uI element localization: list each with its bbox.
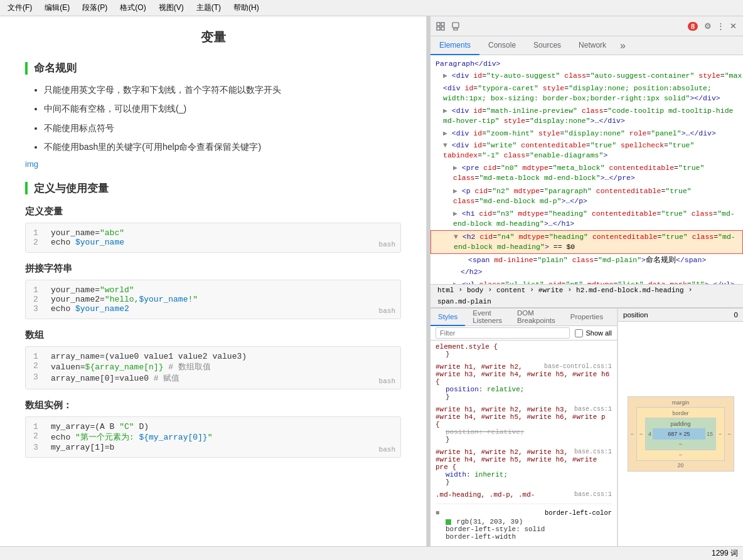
lang-label: bash bbox=[379, 446, 395, 453]
filter-input[interactable] bbox=[436, 327, 570, 339]
dom-line[interactable]: ▶ <div id="math-inline-preview" class="c… bbox=[430, 105, 743, 127]
svg-rect-1 bbox=[441, 23, 444, 26]
subsection-define-var: 定义变量 bbox=[25, 206, 401, 218]
more-icon[interactable]: ⋮ bbox=[714, 20, 727, 33]
color-swatch[interactable] bbox=[446, 519, 451, 525]
tab-sources[interactable]: Sources bbox=[525, 36, 570, 55]
show-all-checkbox[interactable]: Show all bbox=[575, 329, 612, 337]
content-box: 687 × 25 bbox=[653, 428, 705, 440]
img-link[interactable]: img bbox=[25, 159, 38, 169]
menu-view[interactable]: 视图(V) bbox=[156, 1, 186, 14]
dom-line-selected[interactable]: ▼ <h2 cid="n4" mdtype="heading" contente… bbox=[430, 230, 743, 254]
dom-line[interactable]: ▶ <ul class="ul-list" cid="n5" mdtype="l… bbox=[430, 278, 743, 284]
dom-tree[interactable]: Paragraph</div> ▶ <div id="ty-auto-sugge… bbox=[430, 55, 743, 284]
menu-file[interactable]: 文件(F) bbox=[5, 1, 35, 14]
error-badge: 8 bbox=[688, 22, 698, 31]
svg-rect-3 bbox=[441, 27, 444, 30]
code-block-define-var: 1your_name="abc" 2echo $your_name bash bbox=[25, 223, 401, 253]
css-rule-3: #write h1, #write h2, #write h3, base.cs… bbox=[436, 448, 612, 486]
css-source-link[interactable]: base.css:1 bbox=[574, 406, 612, 413]
dom-line[interactable]: </h2> bbox=[430, 266, 743, 278]
styles-panel: Styles Event Listeners DOM Breakpoints P… bbox=[430, 309, 617, 546]
breadcrumb-content[interactable]: content bbox=[494, 286, 527, 295]
list-item: 不能使用标点符号 bbox=[44, 121, 401, 135]
section-heading-naming: 命名规则 bbox=[25, 61, 401, 75]
dom-line[interactable]: ▼ <div id="write" contenteditable="true"… bbox=[430, 139, 743, 162]
tab-event-listeners[interactable]: Event Listeners bbox=[465, 309, 510, 326]
lang-label: bash bbox=[379, 307, 395, 315]
css-source-link[interactable]: base.css:1 bbox=[574, 491, 612, 498]
list-item: 不能使用bash里的关键字(可用help命令查看保留关键字) bbox=[44, 140, 401, 154]
css-rule-element-style: element.style { } bbox=[436, 343, 612, 358]
breadcrumb-span[interactable]: span.md-plain bbox=[436, 297, 493, 306]
filter-bar: Show all bbox=[430, 326, 617, 341]
tab-elements[interactable]: Elements bbox=[430, 36, 479, 55]
list-item: 中间不能有空格，可以使用下划线(_) bbox=[44, 102, 401, 115]
box-model-panel: position 0 margin − bbox=[617, 309, 743, 546]
bottom-panels: Styles Event Listeners DOM Breakpoints P… bbox=[430, 308, 743, 546]
css-source-link[interactable]: base.css:1 bbox=[574, 448, 612, 455]
menu-edit[interactable]: 编辑(E) bbox=[42, 1, 72, 14]
svg-rect-5 bbox=[454, 28, 457, 30]
status-bar: 1299 词 bbox=[0, 546, 743, 560]
breadcrumb-write[interactable]: #write bbox=[537, 286, 565, 295]
lang-label: bash bbox=[379, 378, 395, 385]
devtools-tabs: Elements Console Sources Network » bbox=[430, 36, 743, 55]
word-count: 1299 词 bbox=[712, 548, 738, 559]
breadcrumb-body[interactable]: body bbox=[465, 286, 485, 295]
section-heading-define: 定义与使用变量 bbox=[25, 181, 401, 196]
menu-bar: 文件(F) 编辑(E) 段落(P) 格式(O) 视图(V) 主题(T) 帮助(H… bbox=[0, 0, 743, 16]
main-layout: 变量 命名规则 只能使用英文字母，数字和下划线，首个字符不能以数字开头 中间不能… bbox=[0, 16, 743, 546]
dom-line[interactable]: ▶ <p cid="n2" mdtype="paragraph" content… bbox=[430, 185, 743, 208]
lang-label: bash bbox=[379, 241, 395, 248]
settings-icon[interactable]: ⚙ bbox=[702, 20, 714, 33]
box-model-header: position 0 bbox=[618, 309, 743, 322]
border-box: border − padding bbox=[636, 407, 725, 461]
devtools-panel: 8 ⚙ ⋮ ✕ Elements Console Sources Network… bbox=[430, 16, 743, 546]
dom-line[interactable]: ▶ <div id="zoom-hint" style="display:non… bbox=[430, 127, 743, 139]
inspect-icon[interactable] bbox=[434, 20, 447, 33]
tab-properties[interactable]: Properties bbox=[563, 309, 611, 326]
svg-rect-2 bbox=[437, 27, 440, 30]
devtools-topbar: 8 ⚙ ⋮ ✕ bbox=[430, 16, 743, 36]
tab-styles[interactable]: Styles bbox=[430, 309, 465, 326]
dom-line[interactable]: <div id="typora-caret" style="display:no… bbox=[430, 82, 743, 105]
code-block-array-example: 1my_array=(A B "C" D) 2echo "第一个元素为: ${m… bbox=[25, 416, 401, 458]
css-prop-border-left-color: ■ border-left-color bbox=[436, 508, 612, 518]
menu-format[interactable]: 格式(O) bbox=[117, 1, 148, 14]
doc-title: 变量 bbox=[25, 29, 401, 46]
css-source-link[interactable]: base-control.css:1 bbox=[544, 363, 612, 370]
tab-dom-breakpoints[interactable]: DOM Breakpoints bbox=[510, 309, 563, 326]
tab-network[interactable]: Network bbox=[570, 36, 615, 55]
dom-line[interactable]: ▶ <h1 cid="n3" mdtype="heading" contente… bbox=[430, 208, 743, 230]
svg-rect-4 bbox=[452, 23, 459, 28]
styles-tabs: Styles Event Listeners DOM Breakpoints P… bbox=[430, 309, 617, 326]
css-rule-1: #write h1, #write h2, base-control.css:1… bbox=[436, 363, 612, 401]
css-rule-2: #write h1, #write h2, #write h3, base.cs… bbox=[436, 406, 612, 443]
css-rule-4: .md-heading, .md-p, .md- base.css:1 bbox=[436, 491, 612, 499]
subsection-array-example: 数组实例： bbox=[25, 399, 401, 411]
svg-rect-0 bbox=[437, 23, 440, 26]
code-block-array: 1array_name=(value0 value1 value2 value3… bbox=[25, 346, 401, 389]
tab-more[interactable]: » bbox=[615, 40, 631, 51]
dom-line[interactable]: ▶ <pre cid="n0" mdtype="meta_block" cont… bbox=[430, 162, 743, 184]
dom-line[interactable]: <span md-inline="plain" class="md-plain"… bbox=[430, 254, 743, 266]
naming-rules-list: 只能使用英文字母，数字和下划线，首个字符不能以数字开头 中间不能有空格，可以使用… bbox=[25, 83, 401, 154]
subsection-array: 数组 bbox=[25, 329, 401, 341]
menu-help[interactable]: 帮助(H) bbox=[231, 1, 262, 14]
padding-box: padding 4 687 × 25 bbox=[645, 418, 716, 450]
device-icon[interactable] bbox=[449, 20, 462, 33]
menu-theme[interactable]: 主题(T) bbox=[194, 1, 223, 14]
tab-accessibility[interactable]: Accessibility bbox=[611, 309, 617, 326]
menu-paragraph[interactable]: 段落(P) bbox=[80, 1, 110, 14]
css-props-section: ■ border-left-color rgb(31, 203, 39) bor… bbox=[436, 504, 612, 541]
breadcrumb-h2[interactable]: h2.md-end-block.md-heading bbox=[574, 286, 686, 295]
breadcrumb-html[interactable]: html bbox=[436, 286, 456, 295]
subsection-concat: 拼接字符串 bbox=[25, 263, 401, 275]
close-icon[interactable]: ✕ bbox=[727, 20, 739, 33]
dom-line[interactable]: Paragraph</div> bbox=[430, 58, 743, 70]
dom-line[interactable]: ▶ <div id="ty-auto-suggest" class="auto-… bbox=[430, 70, 743, 82]
breadcrumb-bar: html › body › content › #write › h2.md-e… bbox=[430, 284, 743, 308]
tab-console[interactable]: Console bbox=[479, 36, 525, 55]
margin-box: margin − border − bbox=[628, 396, 734, 472]
